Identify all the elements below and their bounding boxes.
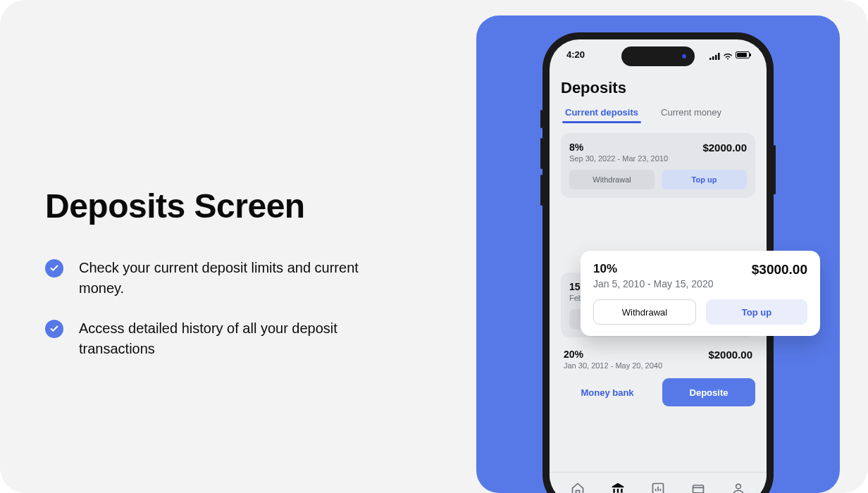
home-icon[interactable]	[571, 482, 585, 494]
feature-title: Deposits Screen	[45, 187, 383, 225]
svg-rect-0	[709, 58, 712, 60]
promo-card: Deposits Screen Check your current depos…	[0, 0, 868, 493]
signal-icon	[709, 51, 720, 58]
deposit-rate: 10%	[593, 262, 713, 276]
profile-icon[interactable]	[731, 482, 745, 494]
deposit-card[interactable]: 20% Jan 30, 2012 - May 20, 2040 $2000.00	[561, 346, 755, 370]
status-time: 4:20	[566, 49, 585, 60]
status-icons	[709, 49, 750, 60]
withdrawal-button[interactable]: Withdrawal	[569, 170, 655, 189]
svg-rect-1	[712, 56, 714, 60]
bank-icon[interactable]	[611, 482, 625, 494]
dynamic-island	[621, 46, 695, 66]
stats-icon[interactable]	[651, 482, 665, 494]
svg-rect-2	[715, 55, 717, 60]
tab-current-money[interactable]: Current money	[661, 107, 721, 122]
deposit-amount: $3000.00	[752, 262, 807, 277]
svg-rect-5	[693, 485, 703, 493]
deposit-dates: Jan 5, 2010 - May 15, 2020	[593, 278, 713, 289]
page-title: Deposits	[561, 79, 755, 97]
feature-bullet: Access detailed history of all your depo…	[45, 318, 383, 359]
check-icon	[45, 259, 63, 277]
withdrawal-button[interactable]: Withdrawal	[593, 299, 696, 325]
feature-copy: Deposits Screen Check your current depos…	[45, 187, 383, 379]
deposite-button[interactable]: Deposite	[662, 378, 755, 406]
tab-bar: Current deposits Current money	[561, 107, 755, 122]
check-icon	[45, 320, 63, 338]
device-panel: 4:20 Deposits Current deposits	[476, 15, 840, 493]
deposit-card-highlight[interactable]: 10% Jan 5, 2010 - May 15, 2020 $3000.00 …	[581, 251, 820, 336]
deposit-dates: Sep 30, 2022 - Mar 23, 2010	[569, 154, 668, 163]
deposit-amount: $2000.00	[708, 349, 752, 361]
phone-side-button	[774, 145, 776, 194]
deposit-dates: Jan 30, 2012 - May 20, 2040	[564, 361, 662, 370]
feature-bullet: Check your current deposit limits and cu…	[45, 258, 383, 299]
svg-rect-3	[718, 53, 720, 60]
phone-side-button	[540, 138, 542, 169]
money-bank-button[interactable]: Money bank	[561, 378, 654, 406]
phone-side-button	[540, 110, 542, 128]
deposit-amount: $2000.00	[702, 142, 747, 154]
feature-bullet-text: Check your current deposit limits and cu…	[79, 258, 383, 299]
card-icon[interactable]	[691, 482, 705, 494]
deposit-rate: 8%	[569, 142, 668, 153]
battery-icon	[736, 51, 750, 58]
bottom-action-row: Money bank Deposite	[561, 378, 755, 406]
topup-button[interactable]: Top up	[662, 170, 747, 189]
deposit-rate: 20%	[564, 349, 662, 360]
topup-button[interactable]: Top up	[706, 299, 807, 325]
bottom-nav	[550, 472, 767, 493]
deposit-card[interactable]: 8% Sep 30, 2022 - Mar 23, 2010 $2000.00 …	[561, 133, 755, 198]
svg-point-6	[736, 484, 740, 489]
wifi-icon	[723, 51, 733, 58]
feature-bullet-text: Access detailed history of all your depo…	[79, 318, 383, 359]
phone-side-button	[540, 175, 542, 206]
tab-current-deposits[interactable]: Current deposits	[565, 107, 638, 122]
